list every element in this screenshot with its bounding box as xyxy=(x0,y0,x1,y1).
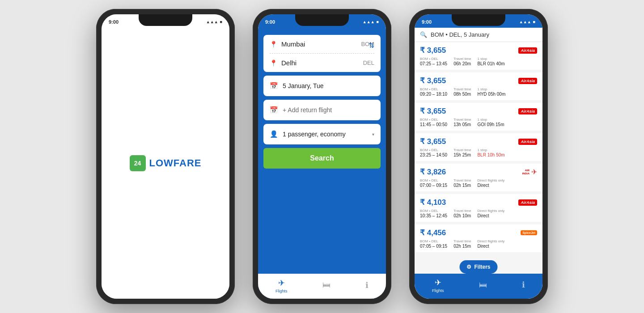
flight-times: 07:25 – 13:45 xyxy=(420,61,447,66)
flight-traveltime-value: 02h 10m xyxy=(453,213,471,218)
phone-2-screen: 9:00 ▲▲▲ ■ 📍 Mumbai BOM xyxy=(258,14,386,299)
return-text: + Add return flight xyxy=(283,106,332,114)
flight-card[interactable]: ₹ 3,655 AirAsia BOM • DEL 09:20 – 18:10 … xyxy=(415,72,542,103)
results-screen: 🔍 BOM • DEL, 5 January ₹ 3,655 AirAsia B… xyxy=(415,28,542,299)
airline-logo: AirAsia xyxy=(518,47,537,54)
passenger-card[interactable]: 👤 1 passenger, economy ▾ xyxy=(263,124,381,144)
airline-logo: AirAsia xyxy=(518,78,537,84)
search-content: 📍 Mumbai BOM ⇅ 📍 Delhi DEL xyxy=(258,28,386,274)
flights-nav-label: Flights xyxy=(275,289,288,293)
phone-1-signal: ▲▲▲ xyxy=(206,20,218,24)
filters-icon: ⚙ xyxy=(466,264,471,270)
flight-traveltime-label: Travel time xyxy=(453,148,471,152)
flight-price: ₹ 4,456 xyxy=(420,228,446,237)
phone-1-notch xyxy=(139,14,192,26)
flight-card[interactable]: ₹ 3,655 AirAsia BOM • DEL 11:45 – 00:50 … xyxy=(415,103,542,133)
airasia-logo: AirAsia xyxy=(518,108,537,114)
search-button[interactable]: Search xyxy=(263,148,381,169)
flight-details: BOM • DEL 11:45 – 00:50 Travel time 13h … xyxy=(420,118,537,127)
hotels-nav-icon: 🛏 xyxy=(322,280,330,290)
phone-3-time: 9:00 xyxy=(422,19,432,25)
flight-card[interactable]: ₹ 3,655 AirAsia BOM • DEL 07:25 – 13:45 … xyxy=(415,42,542,72)
phone-3-notch xyxy=(452,14,505,26)
flight-traveltime-label: Travel time xyxy=(453,178,471,182)
flight-stop-via: GOI 09h 15m xyxy=(477,122,504,127)
search-button-label: Search xyxy=(310,154,334,162)
flight-route-col: BOM • DEL 10:35 – 12:45 xyxy=(420,209,447,218)
flight-route-col: BOM • DEL 07:05 – 09:15 xyxy=(420,239,447,249)
swap-icon[interactable]: ⇅ xyxy=(369,41,374,50)
flight-stop-via: Direct xyxy=(477,213,504,218)
flight-price: ₹ 3,655 xyxy=(420,76,446,85)
results-nav-hotels[interactable]: 🛏 xyxy=(479,280,487,291)
results-list: ₹ 3,655 AirAsia BOM • DEL 07:25 – 13:45 … xyxy=(415,42,542,274)
flight-route-label: BOM • DEL xyxy=(420,178,447,182)
flight-details: BOM • DEL 10:35 – 12:45 Travel time 02h … xyxy=(420,209,537,218)
phone-1-shell: 9:00 ▲▲▲ ■ 24 LOWFARE xyxy=(96,9,235,304)
results-header[interactable]: 🔍 BOM • DEL, 5 January xyxy=(415,28,542,42)
info-nav-icon: ℹ xyxy=(365,280,369,290)
flights-nav-icon: ✈ xyxy=(278,278,285,288)
flight-route-col: BOM • DEL 09:20 – 18:10 xyxy=(420,87,447,97)
flight-card[interactable]: ₹ 3,826 AIRINDIA✈ BOM • DEL 07:00 – 09:1… xyxy=(415,164,542,194)
flight-stop-label: 1 stop xyxy=(477,148,504,152)
flight-traveltime-col: Travel time 06h 20m xyxy=(453,57,471,66)
flight-stop-via: BLR 01h 40m xyxy=(477,61,504,66)
return-card[interactable]: 📅 + Add return flight xyxy=(263,100,381,120)
flight-traveltime-value: 08h 50m xyxy=(453,92,471,97)
flight-times: 10:35 – 12:45 xyxy=(420,213,447,218)
nav-info[interactable]: ℹ xyxy=(365,280,369,291)
flight-route-label: BOM • DEL xyxy=(420,239,447,243)
phone-3-bottom-nav: ✈ Flights 🛏 ℹ xyxy=(415,274,542,299)
flight-times: 09:20 – 18:10 xyxy=(420,92,447,97)
date-card[interactable]: 📅 5 January, Tue xyxy=(263,76,381,96)
spicejet-logo: SpiceJet xyxy=(521,230,537,235)
phone-2-time: 9:00 xyxy=(265,19,275,25)
airasia-logo: AirAsia xyxy=(518,139,537,145)
flight-stop-label: Direct flights only xyxy=(477,178,504,182)
results-nav-flights[interactable]: ✈ Flights xyxy=(432,278,444,293)
flight-route-col: BOM • DEL 23:25 – 14:50 xyxy=(420,148,447,157)
flight-stop-col: 1 stop BLR 10h 50m xyxy=(477,148,504,157)
flight-card[interactable]: ₹ 4,103 AirAsia BOM • DEL 10:35 – 12:45 … xyxy=(415,194,542,224)
origin-row[interactable]: 📍 Mumbai BOM ⇅ xyxy=(263,35,381,53)
flight-route-label: BOM • DEL xyxy=(420,209,447,213)
dropdown-arrow-icon: ▾ xyxy=(372,132,374,137)
logo-text: LOWFARE xyxy=(149,157,202,169)
phone-3-signal: ▲▲▲ xyxy=(519,20,531,24)
flight-stop-via: BLR 10h 50m xyxy=(477,152,504,157)
phone-3-screen: 9:00 ▲▲▲ ■ 🔍 BOM • DEL, 5 January xyxy=(415,14,542,299)
flight-stop-col: 1 stop GOI 09h 15m xyxy=(477,118,504,127)
flight-route-col: BOM • DEL 11:45 – 00:50 xyxy=(420,118,447,127)
flight-price: ₹ 3,655 xyxy=(420,46,446,55)
flight-traveltime-col: Travel time 15h 25m xyxy=(453,148,471,157)
route-card[interactable]: 📍 Mumbai BOM ⇅ 📍 Delhi DEL xyxy=(263,35,381,72)
flight-route-label: BOM • DEL xyxy=(420,148,447,152)
flight-stop-label: Direct flights only xyxy=(477,209,504,213)
airasia-logo: AirAsia xyxy=(518,78,537,84)
destination-row[interactable]: 📍 Delhi DEL xyxy=(263,54,381,72)
flight-traveltime-value: 13h 05m xyxy=(453,122,471,127)
flight-traveltime-value: 15h 25m xyxy=(453,152,471,157)
flight-card[interactable]: ₹ 4,456 SpiceJet BOM • DEL 07:05 – 09:15… xyxy=(415,224,542,255)
flight-traveltime-label: Travel time xyxy=(453,87,471,91)
filters-button[interactable]: ⚙ Filters xyxy=(459,260,497,274)
phone-2-battery: ■ xyxy=(377,20,379,24)
logo-icon: 24 xyxy=(130,155,146,171)
nav-flights[interactable]: ✈ Flights xyxy=(275,278,288,293)
splash-screen: 24 LOWFARE xyxy=(102,28,229,299)
phone-1-battery: ■ xyxy=(220,20,222,24)
flight-route-label: BOM • DEL xyxy=(420,57,447,61)
flight-top: ₹ 3,655 AirAsia xyxy=(420,76,537,85)
airline-logo: SpiceJet xyxy=(521,230,537,235)
flight-traveltime-label: Travel time xyxy=(453,118,471,122)
flight-traveltime-col: Travel time 02h 15m xyxy=(453,239,471,249)
results-nav-info[interactable]: ℹ xyxy=(522,280,525,291)
origin-pin-icon: 📍 xyxy=(270,41,277,48)
flight-route-col: BOM • DEL 07:00 – 09:15 xyxy=(420,178,447,188)
flight-traveltime-label: Travel time xyxy=(453,239,471,243)
nav-hotels[interactable]: 🛏 xyxy=(322,280,330,291)
phones-container: 9:00 ▲▲▲ ■ 24 LOWFARE xyxy=(0,0,644,313)
flight-card[interactable]: ₹ 3,655 AirAsia BOM • DEL 23:25 – 14:50 … xyxy=(415,133,542,164)
phone-2-status-icons: ▲▲▲ ■ xyxy=(363,20,379,24)
